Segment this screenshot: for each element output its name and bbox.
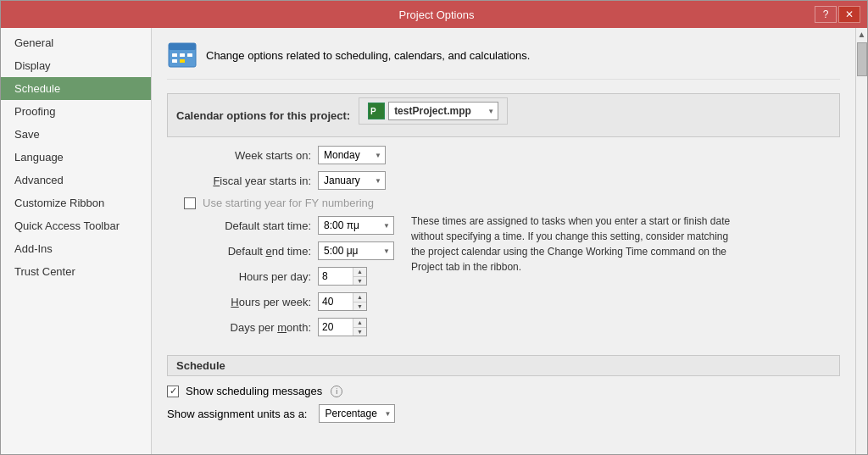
show-scheduling-messages-row: Show scheduling messages i xyxy=(167,385,840,397)
show-scheduling-messages-checkbox[interactable] xyxy=(167,386,179,397)
title-bar-buttons: ? ✕ xyxy=(815,6,860,23)
svg-rect-2 xyxy=(172,53,177,57)
default-start-time-label: Default start time: xyxy=(167,219,311,232)
show-assignment-units-select[interactable]: Percentage xyxy=(319,404,395,423)
hours-per-week-down[interactable]: ▼ xyxy=(353,302,366,311)
fiscal-year-row: Fiscal year starts in: January xyxy=(167,171,394,190)
sidebar-item-advanced[interactable]: Advanced xyxy=(1,169,151,191)
close-button[interactable]: ✕ xyxy=(838,6,860,23)
sidebar-item-customize-ribbon[interactable]: Customize Ribbon xyxy=(1,191,151,214)
sidebar-item-proofing[interactable]: Proofing xyxy=(1,100,151,123)
banner-description: Change options related to scheduling, ca… xyxy=(206,49,530,62)
schedule-section: Schedule Show scheduling messages i Show… xyxy=(167,355,840,423)
days-per-month-arrows: ▲ ▼ xyxy=(353,319,366,336)
svg-rect-3 xyxy=(180,53,185,57)
sidebar-item-trust-center[interactable]: Trust Center xyxy=(1,260,151,283)
days-per-month-up[interactable]: ▲ xyxy=(353,319,366,328)
hours-per-day-label: Hours per day: xyxy=(167,270,311,283)
default-start-time-select[interactable]: 8:00 πμ xyxy=(318,216,394,235)
fiscal-year-label: Fiscal year starts in: xyxy=(167,175,311,187)
scheduling-messages-info-icon[interactable]: i xyxy=(331,386,342,397)
svg-rect-1 xyxy=(169,43,196,50)
days-per-month-down[interactable]: ▼ xyxy=(353,328,366,336)
days-per-month-spinbox[interactable]: ▲ ▼ xyxy=(318,318,367,336)
hours-per-day-arrows: ▲ ▼ xyxy=(353,268,366,285)
default-start-time-row: Default start time: 8:00 πμ xyxy=(167,216,394,235)
default-end-time-select[interactable]: 5:00 μμ xyxy=(318,241,394,260)
sidebar-item-add-ins[interactable]: Add-Ins xyxy=(1,237,151,260)
sidebar: General Display Schedule Proofing Save L… xyxy=(1,28,152,454)
svg-text:P: P xyxy=(370,107,376,116)
hours-per-day-row: Hours per day: ▲ ▼ xyxy=(167,267,394,286)
help-button[interactable]: ? xyxy=(815,6,837,23)
project-options-dialog: Project Options ? ✕ General Display Sche… xyxy=(0,0,868,455)
show-assignment-units-row: Show assignment units as a: Percentage xyxy=(167,404,840,423)
show-scheduling-messages-label: Show scheduling messages xyxy=(186,385,322,397)
sidebar-item-schedule[interactable]: Schedule xyxy=(1,77,151,100)
default-end-time-label: Default end time: xyxy=(167,245,311,258)
hours-per-week-row: Hours per week: ▲ ▼ xyxy=(167,292,394,311)
description-banner: Change options related to scheduling, ca… xyxy=(167,40,840,80)
calendar-info-text: These times are assigned to tasks when y… xyxy=(411,214,733,343)
project-file-dropdown[interactable]: testProject.mpp xyxy=(388,102,498,120)
dialog-title: Project Options xyxy=(58,8,815,21)
scroll-up-arrow[interactable]: ▲ xyxy=(858,30,866,39)
sidebar-item-quick-access-toolbar[interactable]: Quick Access Toolbar xyxy=(1,214,151,237)
calendar-section-label: Calendar options for this project: xyxy=(176,109,350,122)
calendar-form-layout: Week starts on: Monday Fiscal year start… xyxy=(167,146,840,343)
svg-rect-4 xyxy=(187,53,192,57)
scrollbar-thumb[interactable] xyxy=(857,42,867,76)
hours-per-day-spinbox[interactable]: ▲ ▼ xyxy=(318,267,367,286)
week-starts-on-select[interactable]: Monday xyxy=(318,146,386,164)
dialog-body: General Display Schedule Proofing Save L… xyxy=(1,28,867,454)
fiscal-year-select[interactable]: January xyxy=(318,171,386,190)
schedule-icon xyxy=(167,40,198,70)
calendar-section-header: Calendar options for this project: P tes… xyxy=(167,93,840,137)
use-starting-year-label: Use starting year for FY numbering xyxy=(203,197,374,209)
days-per-month-input[interactable] xyxy=(319,319,353,336)
hours-per-week-arrows: ▲ ▼ xyxy=(353,293,366,310)
content-inner: Change options related to scheduling, ca… xyxy=(152,28,855,454)
content-with-scroll: Change options related to scheduling, ca… xyxy=(152,28,867,454)
project-file-icon: P xyxy=(368,103,385,119)
schedule-section-header: Schedule xyxy=(167,355,840,376)
default-end-time-row: Default end time: 5:00 μμ xyxy=(167,241,394,260)
sidebar-item-language[interactable]: Language xyxy=(1,146,151,169)
use-starting-year-checkbox[interactable] xyxy=(184,197,196,209)
scrollbar-track[interactable]: ▲ xyxy=(855,28,867,454)
hours-per-week-spinbox[interactable]: ▲ ▼ xyxy=(318,292,367,311)
svg-rect-5 xyxy=(172,59,177,63)
svg-rect-6 xyxy=(180,59,185,63)
hours-per-week-label: Hours per week: xyxy=(167,296,311,308)
days-per-month-row: Days per month: ▲ ▼ xyxy=(167,318,394,336)
sidebar-item-display[interactable]: Display xyxy=(1,54,151,77)
hours-per-day-input[interactable] xyxy=(319,268,353,285)
sidebar-item-save[interactable]: Save xyxy=(1,123,151,146)
hours-per-day-down[interactable]: ▼ xyxy=(353,277,366,286)
hours-per-day-up[interactable]: ▲ xyxy=(353,268,366,277)
form-column-left: Week starts on: Monday Fiscal year start… xyxy=(167,146,394,343)
sidebar-item-general[interactable]: General xyxy=(1,31,151,54)
project-file-container: P testProject.mpp xyxy=(359,97,508,125)
hours-per-week-up[interactable]: ▲ xyxy=(353,293,366,302)
week-starts-on-row: Week starts on: Monday xyxy=(167,146,394,164)
days-per-month-label: Days per month: xyxy=(167,321,311,334)
hours-per-week-input[interactable] xyxy=(319,293,353,310)
title-bar: Project Options ? ✕ xyxy=(1,1,867,28)
use-starting-year-row: Use starting year for FY numbering xyxy=(184,197,394,209)
week-starts-on-label: Week starts on: xyxy=(167,149,311,162)
show-assignment-units-label: Show assignment units as a: xyxy=(167,408,307,420)
